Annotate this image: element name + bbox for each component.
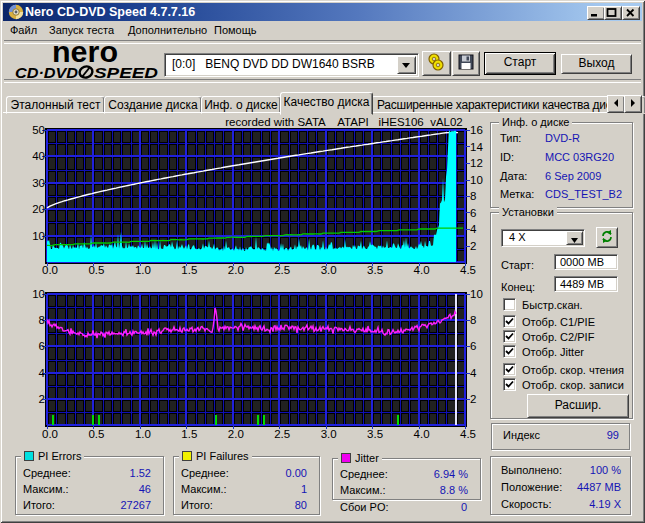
svg-text:nero: nero bbox=[52, 40, 118, 68]
svg-text:SPEED: SPEED bbox=[94, 65, 159, 80]
svg-text:CD·DVD: CD·DVD bbox=[15, 65, 79, 80]
